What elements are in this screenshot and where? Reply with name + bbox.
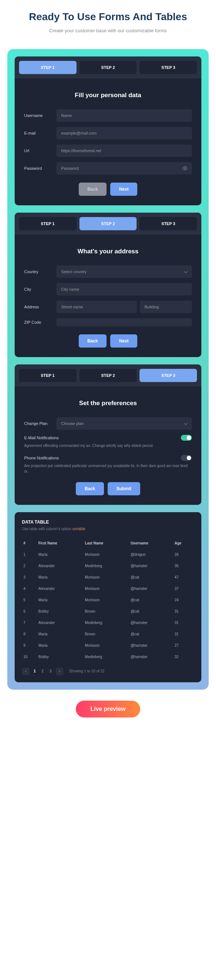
table-row: 6BobbyBrown@cat31 [22,606,194,617]
table-cell: 7 [22,617,37,628]
tab-step2[interactable]: STEP 2 [79,61,137,74]
page-info: Showing 1 to 10 of 22 [69,669,105,673]
label-password: Password [24,166,57,170]
tab-step1[interactable]: STEP 1 [19,369,77,382]
input-street[interactable]: Street name [57,301,137,313]
table-cell: @cat [129,594,173,606]
chevron-right-icon: › [59,669,60,673]
label-username: Username [24,113,57,118]
table-header-row: # First Name Last Name Username Age [22,538,194,549]
table-row: 1MariaMorisson@dragon26 [22,549,194,560]
back-button[interactable]: Back [76,482,104,495]
tab-step2[interactable]: STEP 2 [79,369,137,382]
label-email: E-mail [24,131,57,135]
input-url[interactable]: https://themeforest.net [57,145,192,157]
table-cell: @dragon [129,549,173,560]
table-cell: @hamster [129,583,173,594]
table-cell: 27 [173,640,194,651]
table-row: 8MariaBrown@cat31 [22,628,194,640]
page-prev[interactable]: ‹ [22,668,29,675]
table-cell: @hamster [129,617,173,628]
tab-step3[interactable]: STEP 3 [139,61,197,74]
tab-step2[interactable]: STEP 2 [79,217,137,230]
email-notif-label: E-Mail Notifications [24,436,58,440]
table-cell: Alexander [37,617,84,628]
table-cell: Maria [37,628,84,640]
next-button[interactable]: Next [110,183,137,196]
table-cell: @hamster [129,640,173,651]
label-zip: ZIP Code [24,320,57,325]
table-row: 10BobbyMedinberg@hamster32 [22,651,194,662]
table-cell: Morisson [84,571,129,583]
back-button[interactable]: Back [79,334,107,348]
back-button: Back [79,183,107,196]
table-cell: Morisson [84,583,129,594]
input-building[interactable]: Building [140,301,192,313]
password-placeholder: Password [61,166,79,170]
svg-point-0 [184,167,186,169]
table-cell: 3 [22,571,37,583]
dt-subtitle: Use table with column's option sortable [22,527,194,531]
select-country[interactable]: Select country [57,266,192,278]
table-cell: Maria [37,594,84,606]
page-1[interactable]: 1 [32,669,37,673]
table-cell: Medinberg [84,560,129,571]
table-cell: 8 [22,628,37,640]
table-row: 4AlexanderMorisson@hamster37 [22,583,194,594]
step-tabs: STEP 1 STEP 2 STEP 3 [15,213,201,235]
pagination: ‹ 1 2 3 › Showing 1 to 10 of 22 [22,668,194,675]
table-cell: Morisson [84,594,129,606]
eye-icon[interactable] [182,165,188,171]
col-age[interactable]: Age [173,538,194,549]
col-index[interactable]: # [22,538,37,549]
dt-sub-pre: Use table with column's option [22,527,73,531]
form-card-step3: STEP 1 STEP 2 STEP 3 Set the preferences… [15,364,201,505]
email-notif-toggle[interactable] [181,435,192,441]
email-notif-desc: Agreement offending commanded my an. Cha… [24,443,192,449]
input-zip[interactable] [57,318,192,326]
form-card-step1: STEP 1 STEP 2 STEP 3 Fill your personal … [15,56,201,205]
table-cell: 31 [173,628,194,640]
input-password[interactable]: Password [57,162,192,175]
label-city: City [24,287,57,291]
col-firstname[interactable]: First Name [37,538,84,549]
submit-button[interactable]: Submit [108,482,140,495]
table-cell: Morisson [84,640,129,651]
live-preview-button[interactable]: Live preview [76,701,140,718]
dt-title: DATA TABLE [22,520,194,525]
table-cell: Brown [84,606,129,617]
table-cell: @cat [129,606,173,617]
tab-step3[interactable]: STEP 3 [139,217,197,230]
label-url: Url [24,148,57,153]
page-header: Ready To Use Forms And Tables Create you… [0,0,216,42]
step-tabs: STEP 1 STEP 2 STEP 3 [15,56,201,78]
table-cell: 37 [173,583,194,594]
table-cell: 5 [22,594,37,606]
page-title: Ready To Use Forms And Tables [7,11,209,23]
table-cell: Alexander [37,583,84,594]
step-tabs: STEP 1 STEP 2 STEP 3 [15,364,201,387]
data-table-card: DATA TABLE Use table with column's optio… [15,512,201,682]
table-cell: 9 [22,640,37,651]
select-plan[interactable]: Choose plan [57,417,192,430]
chevron-left-icon: ‹ [25,669,26,673]
page-subtitle: Create your customer base with our custo… [7,27,209,35]
col-username[interactable]: Username [129,538,173,549]
table-cell: 32 [173,651,194,662]
page-3[interactable]: 3 [48,669,53,673]
table-cell: Bobby [37,606,84,617]
tab-step3[interactable]: STEP 3 [139,369,197,382]
tab-step1[interactable]: STEP 1 [19,217,77,230]
input-username[interactable]: Name [57,109,192,122]
input-city[interactable]: City name [57,283,192,296]
next-button[interactable]: Next [110,334,137,348]
table-cell: 35 [173,560,194,571]
phone-notif-toggle[interactable] [181,455,192,461]
table-cell: 6 [22,606,37,617]
input-email[interactable]: example@mail.com [57,127,192,139]
page-next[interactable]: › [56,668,63,675]
tab-step1[interactable]: STEP 1 [19,61,77,74]
col-lastname[interactable]: Last Name [84,538,129,549]
page-2[interactable]: 2 [40,669,46,673]
dt-sub-hl: sortable [73,527,86,531]
